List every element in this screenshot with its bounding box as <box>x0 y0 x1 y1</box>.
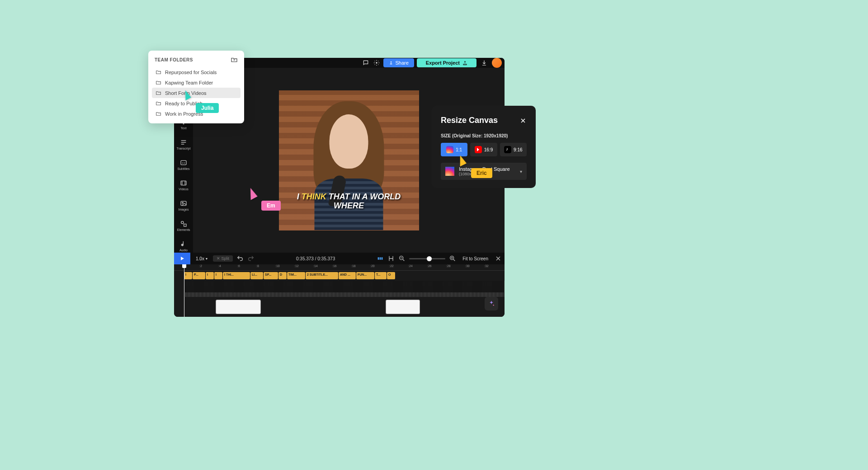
ratio-9-16[interactable]: 9:16 <box>500 143 527 156</box>
sidebar-item-subtitles[interactable]: Subtitles <box>174 158 193 171</box>
subtitle-track[interactable]: IP...III THI...LI...SP...DTIM...2 SUBTIT… <box>174 272 505 280</box>
svg-point-1 <box>376 62 378 64</box>
subtitle-segment[interactable]: I THI... <box>223 272 250 279</box>
zoom-slider[interactable] <box>409 258 445 259</box>
fit-to-screen[interactable]: Fit to Screen <box>460 256 491 261</box>
subtitle-segment[interactable]: TIM... <box>287 272 305 279</box>
subtitle-segment[interactable]: I <box>206 272 214 279</box>
video-caption: I THINK THAT IN A WORLD WHERE <box>279 193 419 211</box>
share-button[interactable]: Share <box>383 58 414 67</box>
ruler-tick: :4 <box>218 264 221 268</box>
cursor-label: Eric <box>471 168 492 178</box>
youtube-icon <box>475 146 482 153</box>
export-button[interactable]: Export Project <box>417 58 476 67</box>
subtitle-segment[interactable]: FUN... <box>356 272 374 279</box>
subtitle-segment[interactable]: P... <box>193 272 205 279</box>
chevron-down-icon: ▾ <box>520 169 522 174</box>
ruler-tick: :2 <box>199 264 202 268</box>
svg-point-6 <box>182 202 184 203</box>
collaborator-cursor-em: Em <box>248 188 281 211</box>
redo-icon[interactable] <box>247 255 255 262</box>
subtitle-segment[interactable]: T... <box>375 272 387 279</box>
ruler-tick: :28 <box>446 264 451 268</box>
sidebar-item-images[interactable]: Images <box>174 199 193 212</box>
svg-rect-3 <box>181 160 186 164</box>
audio-track[interactable] <box>174 300 505 316</box>
settings-icon[interactable] <box>373 59 381 67</box>
magic-tools-button[interactable] <box>485 297 498 310</box>
cursor-label: Julia <box>196 103 219 113</box>
subtitle-segment[interactable]: D <box>278 272 287 279</box>
zoom-out-icon[interactable] <box>398 255 406 262</box>
user-avatar[interactable] <box>492 58 502 68</box>
timeline-ruler[interactable]: :2:4:6:8:10:12:14:16:18:20:22:24:26:28:3… <box>174 264 505 271</box>
subtitle-segment[interactable]: SP... <box>264 272 278 279</box>
video-preview[interactable]: I THINK THAT IN A WORLD WHERE <box>279 90 419 230</box>
collaborator-cursor-julia: Julia <box>183 90 219 113</box>
svg-rect-10 <box>380 257 381 259</box>
playback-bar: 1.0x ▾ ✕ Split 0:35.373 / 0:35.373 F <box>174 253 505 264</box>
audio-clip-2[interactable] <box>386 300 420 314</box>
audio-clip-1[interactable] <box>216 300 261 314</box>
svg-rect-11 <box>382 257 383 259</box>
snap-icon[interactable] <box>377 255 384 262</box>
ruler-tick: :26 <box>427 264 432 268</box>
ruler-tick: :14 <box>313 264 318 268</box>
comment-icon[interactable] <box>362 59 370 67</box>
subtitle-segment[interactable]: I <box>184 272 192 279</box>
svg-point-7 <box>181 221 184 224</box>
timeline[interactable]: :2:4:6:8:10:12:14:16:18:20:22:24:26:28:3… <box>174 264 505 317</box>
ruler-tick: :30 <box>465 264 470 268</box>
play-button[interactable] <box>174 253 190 264</box>
svg-rect-5 <box>181 201 186 205</box>
aspect-ratio-group: 1:1 16:9 9:16 <box>441 143 527 156</box>
subtitle-segment[interactable]: LI... <box>250 272 263 279</box>
tiktok-icon <box>504 146 511 153</box>
video-track[interactable] <box>174 281 505 298</box>
time-display: 0:35.373 / 0:35.373 <box>296 256 335 261</box>
playhead[interactable] <box>184 264 184 317</box>
undo-icon[interactable] <box>236 255 244 262</box>
folder-item[interactable]: Repurposed for Socials <box>152 67 241 77</box>
cursor-label: Em <box>261 201 281 211</box>
ratio-1-1[interactable]: 1:1 <box>441 143 467 156</box>
ruler-tick: :6 <box>237 264 240 268</box>
ratio-16-9[interactable]: 16:9 <box>470 143 497 156</box>
export-label: Export Project <box>426 60 460 66</box>
close-icon[interactable] <box>519 117 527 124</box>
folder-item[interactable]: Kapwing Team Folder <box>152 77 241 88</box>
ruler-tick: :24 <box>408 264 413 268</box>
instagram-icon <box>445 167 454 176</box>
playback-speed[interactable]: 1.0x ▾ <box>194 256 209 261</box>
ruler-tick: :18 <box>351 264 356 268</box>
sidebar-item-audio[interactable]: Audio <box>174 240 193 253</box>
resize-title: Resize Canvas <box>441 116 498 125</box>
share-label: Share <box>395 60 408 66</box>
svg-rect-9 <box>378 257 379 259</box>
add-folder-icon[interactable] <box>231 56 238 63</box>
sidebar-item-elements[interactable]: Elements <box>174 219 193 232</box>
instagram-icon <box>446 146 453 153</box>
sidebar-item-transcript[interactable]: Transcript <box>174 138 193 151</box>
svg-rect-4 <box>181 181 186 185</box>
trim-icon[interactable] <box>387 255 395 262</box>
download-icon[interactable] <box>479 58 489 68</box>
collaborator-cursor-eric: Eric <box>458 155 492 178</box>
svg-rect-8 <box>184 224 186 226</box>
ruler-tick: :32 <box>484 264 489 268</box>
ruler-tick: :12 <box>294 264 299 268</box>
ruler-tick: :22 <box>389 264 394 268</box>
cursor-arrow-icon <box>245 187 257 200</box>
split-button[interactable]: ✕ Split <box>213 255 233 262</box>
subtitle-segment[interactable]: O <box>387 272 395 279</box>
zoom-in-icon[interactable] <box>449 255 456 262</box>
subtitle-segment[interactable]: 2 SUBTITLE... <box>306 272 338 279</box>
size-label: SIZE (Original Size: 1920x1920) <box>441 133 527 138</box>
svg-point-2 <box>391 61 392 63</box>
ruler-tick: :20 <box>370 264 375 268</box>
subtitle-segment[interactable]: I <box>214 272 222 279</box>
close-timeline-icon[interactable] <box>495 255 502 262</box>
cursor-arrow-icon <box>181 89 191 100</box>
sidebar-item-videos[interactable]: Videos <box>174 179 193 192</box>
subtitle-segment[interactable]: AND ... <box>339 272 356 279</box>
